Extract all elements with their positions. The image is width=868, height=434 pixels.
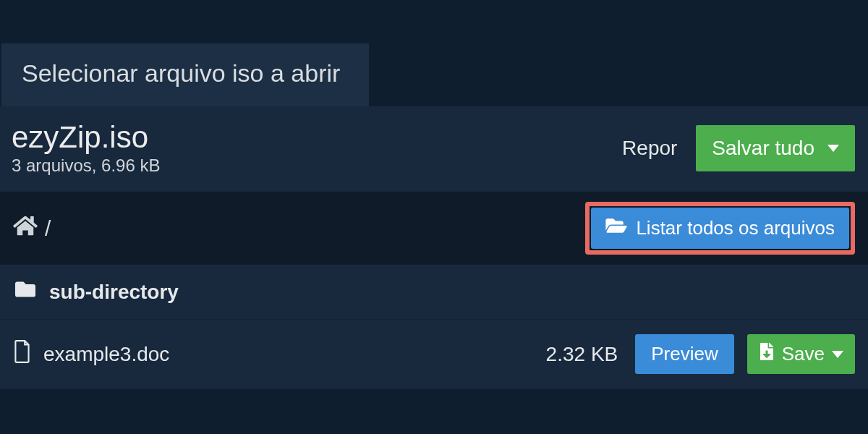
row-left: example3.doc <box>13 340 169 368</box>
row-name: sub-directory <box>49 281 179 304</box>
header-actions: Repor Salvar tudo <box>622 125 855 171</box>
save-button[interactable]: Save <box>747 334 855 374</box>
file-icon <box>13 340 32 368</box>
file-header: ezyZip.iso 3 arquivos, 6.96 kB Repor Sal… <box>0 106 868 192</box>
breadcrumb-path: / <box>45 216 51 241</box>
file-list: sub-directory example3.doc 2.32 KB Previ… <box>0 265 868 389</box>
save-all-button[interactable]: Salvar tudo <box>696 125 855 171</box>
tab-select-file[interactable]: Selecionar arquivo iso a abrir <box>1 43 369 106</box>
tab-label: Selecionar arquivo iso a abrir <box>22 59 340 87</box>
download-icon <box>759 343 775 365</box>
caret-down-icon <box>832 351 843 358</box>
save-label: Save <box>782 343 825 365</box>
list-all-files-button[interactable]: Listar todos os arquivos <box>591 208 849 249</box>
file-size: 2.32 KB <box>546 343 618 366</box>
top-spacer <box>0 0 868 43</box>
file-summary: 3 arquivos, 6.96 kB <box>12 156 160 176</box>
highlight-annotation: Listar todos os arquivos <box>585 202 855 255</box>
file-title-block: ezyZip.iso 3 arquivos, 6.96 kB <box>12 121 160 176</box>
list-all-label: Listar todos os arquivos <box>636 217 835 239</box>
preview-button[interactable]: Preview <box>635 334 733 374</box>
folder-open-icon <box>605 216 627 240</box>
list-item[interactable]: sub-directory <box>0 265 868 320</box>
home-icon <box>13 215 38 242</box>
breadcrumb-bar: / Listar todos os arquivos <box>0 192 868 265</box>
list-item[interactable]: example3.doc 2.32 KB Preview Save <box>0 320 868 389</box>
save-all-label: Salvar tudo <box>712 137 814 160</box>
row-left: sub-directory <box>13 279 179 305</box>
file-name: ezyZip.iso <box>12 121 160 154</box>
breadcrumb[interactable]: / <box>13 215 51 242</box>
reset-link[interactable]: Repor <box>622 137 677 160</box>
folder-icon <box>13 279 38 305</box>
row-right: 2.32 KB Preview Save <box>546 334 855 374</box>
caret-down-icon <box>827 145 839 152</box>
row-name: example3.doc <box>43 343 169 366</box>
